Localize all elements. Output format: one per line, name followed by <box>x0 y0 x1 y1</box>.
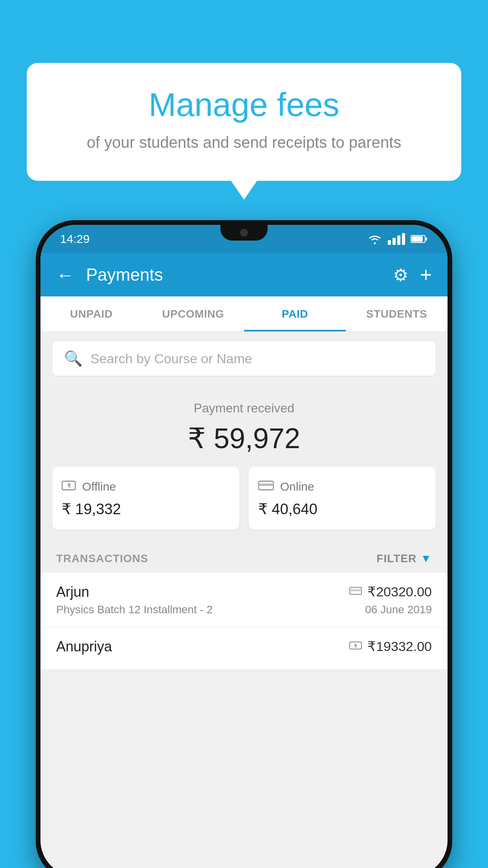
filter-icon: ▼ <box>420 552 432 565</box>
online-label: Online <box>280 480 314 493</box>
transaction-amount: ₹19332.00 <box>367 638 432 654</box>
transaction-date: 06 June 2019 <box>365 603 432 616</box>
transaction-amount-wrap: ₹ ₹19332.00 <box>349 638 432 654</box>
transaction-item: Arjun ₹20320.00 Physics Batch 12 Install… <box>40 573 448 627</box>
signal-icon <box>388 233 405 245</box>
back-button[interactable]: ← <box>56 264 74 285</box>
status-time: 14:29 <box>60 232 90 246</box>
phone-frame: 14:29 <box>36 220 452 868</box>
phone-inner: 14:29 <box>40 225 448 868</box>
svg-rect-1 <box>425 237 427 241</box>
svg-text:₹: ₹ <box>354 644 357 649</box>
transaction-amount: ₹20320.00 <box>367 584 432 600</box>
payment-cards: ₹ Offline ₹ 19,332 <box>52 467 436 530</box>
tab-upcoming[interactable]: UPCOMING <box>142 296 244 331</box>
transactions-header: TRANSACTIONS FILTER ▼ <box>40 541 448 573</box>
offline-amount: ₹ 19,332 <box>62 500 230 518</box>
add-button[interactable]: + <box>420 263 432 287</box>
online-icon <box>258 478 274 495</box>
transaction-name: Arjun <box>56 584 89 600</box>
transaction-row-bottom: Physics Batch 12 Installment - 2 06 June… <box>56 603 432 616</box>
payment-total-amount: ₹ 59,972 <box>52 422 436 455</box>
online-amount: ₹ 40,640 <box>258 500 426 518</box>
tab-students[interactable]: STUDENTS <box>346 296 448 331</box>
tab-unpaid[interactable]: UNPAID <box>40 296 142 331</box>
settings-icon[interactable]: ⚙ <box>393 265 408 285</box>
notch <box>220 225 268 241</box>
search-placeholder: Search by Course or Name <box>90 351 252 366</box>
online-card-header: Online <box>258 478 426 495</box>
transaction-row-top: Anupriya ₹ ₹19332.00 <box>56 638 432 655</box>
app-bar-title: Payments <box>86 265 381 285</box>
transaction-payment-icon-offline: ₹ <box>349 640 362 653</box>
tab-paid[interactable]: PAID <box>244 296 346 331</box>
wifi-icon <box>367 234 382 245</box>
filter-button[interactable]: FILTER ▼ <box>376 552 432 565</box>
transactions-list: Arjun ₹20320.00 Physics Batch 12 Install… <box>40 573 448 669</box>
svg-text:₹: ₹ <box>67 483 71 489</box>
bubble-subtitle: of your students and send receipts to pa… <box>46 131 442 153</box>
app-bar-actions: ⚙ + <box>393 263 432 287</box>
bubble-title: Manage fees <box>46 86 442 123</box>
svg-rect-6 <box>259 484 273 486</box>
filter-label: FILTER <box>376 552 416 565</box>
offline-card-header: ₹ Offline <box>62 478 230 495</box>
payment-summary: Payment received ₹ 59,972 ₹ Offline <box>40 385 448 541</box>
transactions-label: TRANSACTIONS <box>56 552 148 565</box>
transaction-row-top: Arjun ₹20320.00 <box>56 584 432 600</box>
speech-bubble: Manage fees of your students and send re… <box>27 63 461 181</box>
status-icons <box>367 233 428 245</box>
transaction-payment-icon <box>349 585 362 598</box>
online-card: Online ₹ 40,640 <box>249 467 436 530</box>
tabs: UNPAID UPCOMING PAID STUDENTS <box>40 296 448 332</box>
offline-icon: ₹ <box>62 478 76 495</box>
camera <box>240 229 248 237</box>
transaction-name: Anupriya <box>56 638 112 655</box>
app-bar: ← Payments ⚙ + <box>40 253 448 296</box>
payment-received-label: Payment received <box>52 401 436 416</box>
offline-label: Offline <box>82 480 116 493</box>
status-bar: 14:29 <box>40 225 448 253</box>
transaction-amount-wrap: ₹20320.00 <box>349 584 432 600</box>
search-icon: 🔍 <box>64 350 83 367</box>
offline-card: ₹ Offline ₹ 19,332 <box>52 467 239 530</box>
svg-rect-2 <box>412 236 423 242</box>
search-bar[interactable]: 🔍 Search by Course or Name <box>52 341 436 376</box>
battery-icon <box>411 234 428 244</box>
transaction-item: Anupriya ₹ ₹19332.00 <box>40 627 448 669</box>
svg-rect-8 <box>350 589 361 591</box>
transaction-course: Physics Batch 12 Installment - 2 <box>56 603 213 616</box>
